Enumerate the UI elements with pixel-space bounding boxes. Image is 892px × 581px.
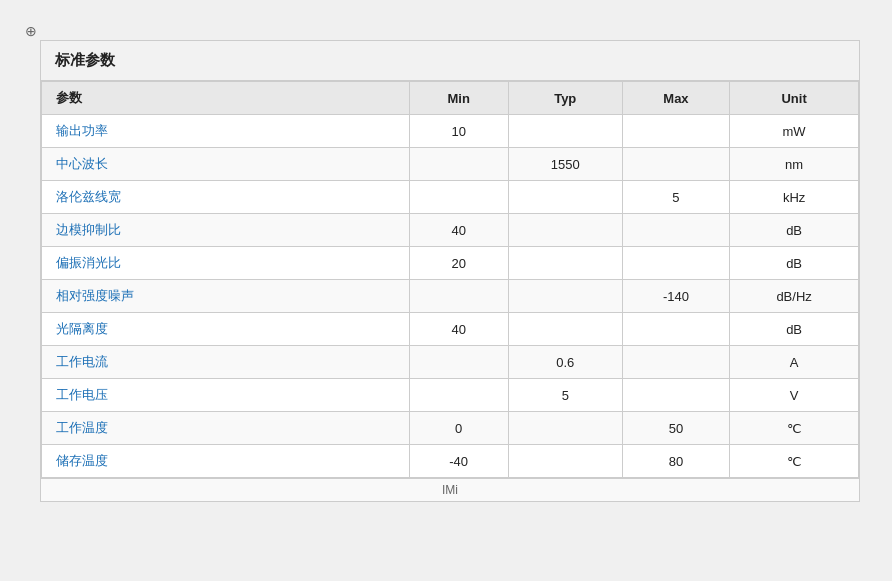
cell-max [622,214,729,247]
cell-max [622,346,729,379]
cell-param: 洛伦兹线宽 [42,181,410,214]
cell-min [409,181,508,214]
cell-max [622,148,729,181]
cell-typ [508,115,622,148]
cell-typ [508,313,622,346]
table-container: 标准参数 参数 Min Typ Max Unit 输出功率10mW中心波长155… [40,40,860,502]
table-header-row: 参数 Min Typ Max Unit [42,82,859,115]
bottom-label: IMi [442,483,458,497]
table-row: 洛伦兹线宽5kHz [42,181,859,214]
cell-unit: dB [730,313,859,346]
table-row: 工作电流0.6A [42,346,859,379]
bottom-bar: IMi [41,478,859,501]
cell-max [622,247,729,280]
table-row: 边模抑制比40dB [42,214,859,247]
cell-max: -140 [622,280,729,313]
cell-unit: ℃ [730,445,859,478]
table-row: 工作温度050℃ [42,412,859,445]
cell-param: 中心波长 [42,148,410,181]
cell-unit: dB/Hz [730,280,859,313]
cell-typ [508,247,622,280]
table-row: 偏振消光比20dB [42,247,859,280]
table-row: 输出功率10mW [42,115,859,148]
cell-unit: V [730,379,859,412]
cell-min: 10 [409,115,508,148]
col-header-max: Max [622,82,729,115]
cell-typ: 5 [508,379,622,412]
move-handle[interactable]: ⊕ [22,22,40,40]
cell-param: 光隔离度 [42,313,410,346]
cell-unit: mW [730,115,859,148]
cell-max [622,115,729,148]
cell-min: 0 [409,412,508,445]
cell-param: 工作电压 [42,379,410,412]
table-row: 工作电压5V [42,379,859,412]
cell-min [409,148,508,181]
cell-min: -40 [409,445,508,478]
cell-unit: kHz [730,181,859,214]
cell-unit: dB [730,214,859,247]
cell-param: 边模抑制比 [42,214,410,247]
cell-typ [508,181,622,214]
table-row: 光隔离度40dB [42,313,859,346]
cell-min: 20 [409,247,508,280]
table-row: 中心波长1550nm [42,148,859,181]
cell-max: 5 [622,181,729,214]
cell-unit: dB [730,247,859,280]
cell-min [409,280,508,313]
cell-unit: A [730,346,859,379]
cell-max [622,379,729,412]
cell-typ [508,445,622,478]
cell-max [622,313,729,346]
col-header-param: 参数 [42,82,410,115]
cell-unit: nm [730,148,859,181]
table-row: 相对强度噪声-140dB/Hz [42,280,859,313]
cell-min: 40 [409,313,508,346]
table-scroll-area: 参数 Min Typ Max Unit 输出功率10mW中心波长1550nm洛伦… [41,81,859,478]
cell-typ [508,214,622,247]
cell-param: 输出功率 [42,115,410,148]
table-title: 标准参数 [41,41,859,81]
table-row: 储存温度-4080℃ [42,445,859,478]
col-header-min: Min [409,82,508,115]
cell-param: 工作温度 [42,412,410,445]
cell-max: 50 [622,412,729,445]
cell-unit: ℃ [730,412,859,445]
cell-max: 80 [622,445,729,478]
cell-param: 工作电流 [42,346,410,379]
params-table: 参数 Min Typ Max Unit 输出功率10mW中心波长1550nm洛伦… [41,81,859,478]
cell-param: 储存温度 [42,445,410,478]
cell-typ: 0.6 [508,346,622,379]
cell-typ [508,412,622,445]
cell-min [409,346,508,379]
cell-typ [508,280,622,313]
cell-min: 40 [409,214,508,247]
col-header-typ: Typ [508,82,622,115]
cell-param: 相对强度噪声 [42,280,410,313]
cell-param: 偏振消光比 [42,247,410,280]
col-header-unit: Unit [730,82,859,115]
cell-min [409,379,508,412]
cell-typ: 1550 [508,148,622,181]
